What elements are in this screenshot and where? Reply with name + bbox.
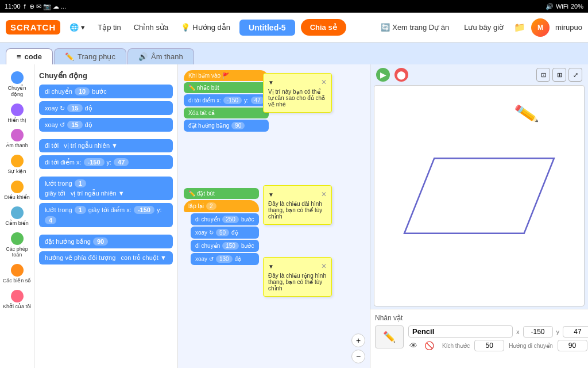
hide-sprite-button[interactable]: 🚫 — [423, 340, 435, 351]
cat-looks-label: Hiển thị — [7, 117, 26, 124]
block-set-dir-1[interactable]: đặt hướng bằng 90 — [184, 120, 269, 132]
sprite-x-input[interactable] — [523, 326, 553, 338]
app-icons: ⊕ ✉ 📷 ☁ ... — [29, 3, 66, 10]
file-menu-button[interactable]: Tập tin — [94, 21, 125, 34]
green-flag-button[interactable]: ▶ — [376, 68, 390, 82]
sprite-y-input[interactable] — [563, 326, 588, 338]
folder-icon[interactable]: 📁 — [514, 22, 525, 33]
script-area[interactable]: Khi bấm vào 🚩 ✏️ nhắc bút đi tới điểm x:… — [178, 64, 370, 368]
block-move[interactable]: di chuyển 10 bước — [39, 85, 173, 98]
cat-operators-label: Các phép toán — [2, 246, 32, 259]
cat-sound[interactable]: Âm thanh — [1, 126, 33, 151]
bottom-row: Nhân vật ✏️ x y 👁 🚫 — [370, 309, 588, 368]
tab-code[interactable]: ≡ code — [6, 48, 53, 64]
view-project-label: Xem trang Dự án — [392, 23, 449, 32]
size-input[interactable] — [474, 340, 504, 351]
block-glide-xy[interactable]: lướt trong 1 giây tới điểm x: -150 y: 4 — [39, 203, 173, 227]
block-when-flag[interactable]: Khi bấm vào 🚩 — [184, 70, 269, 81]
block-move-250[interactable]: di chuyển 250 bước — [191, 213, 259, 225]
block-glide-random[interactable]: lướt trong 1 giây tới vị trí ngẫu nhiên … — [39, 177, 173, 200]
cat-looks-dot — [11, 103, 24, 116]
share-button[interactable]: Chia sẻ — [301, 19, 346, 36]
cat-myblocks[interactable]: Khởi của tôi — [1, 288, 33, 312]
tab-costume[interactable]: ✏️ Trang phục — [54, 48, 126, 64]
cat-motion[interactable]: Chuyển động — [1, 69, 33, 100]
stage-canvas: ✏️ — [374, 85, 585, 306]
note-2: ▼ ✕ Đây là chiều dài hình thang, bạn có … — [263, 185, 332, 225]
globe-button[interactable]: 🌐 ▾ — [66, 21, 88, 34]
blocks-panel: Chuyển động di chuyển 10 bước xoay ↻ 15 … — [34, 64, 178, 368]
cat-looks[interactable]: Hiển thị — [1, 101, 33, 126]
script-stack-2[interactable]: ✏️ đặt bút lặp lại 2 di chuyển 250 bước … — [184, 188, 259, 266]
stop-button[interactable]: ⬤ — [394, 68, 408, 82]
note-1: ▼ ✕ Vị trí này bạn có thể tự cân sao cho… — [263, 73, 332, 113]
file-menu-label: Tập tin — [98, 23, 121, 32]
project-title[interactable]: Untitled-5 — [239, 20, 295, 36]
view-project-button[interactable]: 🔄 Xem trang Dự án — [376, 21, 454, 34]
note-3: ▼ ✕ Đây là chiều rộng hình thang, bạn có… — [263, 257, 332, 297]
main-editor: Chuyển động Hiển thị Âm thanh Sự kiện Đi… — [0, 64, 588, 368]
block-set-direction[interactable]: đặt hướng bằng 90 — [39, 235, 173, 248]
stage-large-button[interactable]: ⤢ — [568, 68, 582, 82]
right-panel: ▶ ⬤ ⊡ ⊞ ⤢ ✏️ Nhân vật ✏️ — [370, 64, 588, 368]
sprite-section: Nhân vật ✏️ x y 👁 🚫 — [370, 309, 588, 368]
block-point-towards[interactable]: hướng về phía đối tượng con trỏ chuột ▼ — [39, 251, 173, 264]
note-1-close[interactable]: ✕ — [321, 78, 327, 86]
stage-drawing — [374, 86, 584, 306]
note-2-close[interactable]: ✕ — [321, 190, 327, 198]
cat-sensing-label: Cảm biến — [5, 220, 29, 227]
cat-events-label: Sự kiện — [7, 168, 26, 175]
block-turn-ccw[interactable]: xoay ↺ 15 độ — [39, 118, 173, 132]
avatar: M — [531, 18, 550, 37]
cat-motion-label: Chuyển động — [2, 85, 32, 98]
code-tab-label: code — [25, 52, 42, 61]
block-move-150[interactable]: di chuyển 150 bước — [191, 240, 259, 252]
script-stack-1[interactable]: Khi bấm vào 🚩 ✏️ nhắc bút đi tới điểm x:… — [184, 70, 269, 133]
save-button[interactable]: Lưu bây giờ — [459, 21, 508, 34]
block-repeat[interactable]: lặp lại 2 — [184, 200, 259, 212]
edit-menu-button[interactable]: Chỉnh sửa — [130, 21, 172, 34]
categories-panel: Chuyển động Hiển thị Âm thanh Sự kiện Đi… — [0, 64, 34, 368]
block-turn-cw[interactable]: xoay ↻ 15 độ — [39, 101, 173, 115]
block-pen-up[interactable]: ✏️ nhắc bút — [184, 82, 269, 93]
cat-sound-label: Âm thanh — [6, 143, 28, 149]
cat-operators[interactable]: Các phép toán — [1, 230, 33, 261]
block-clear[interactable]: Xóa tất cả — [184, 108, 269, 118]
block-turn-50[interactable]: xoay ↻ 50 độ — [191, 227, 259, 239]
block-goto-xy[interactable]: đi tới điểm x: -150 y: 47 — [39, 155, 173, 169]
cat-control[interactable]: Điều khiển — [1, 178, 33, 203]
fb-icon: f — [24, 3, 26, 10]
zoom-out-button[interactable]: − — [351, 350, 365, 363]
block-goto-xy-1[interactable]: đi tới điểm x: -150 y: 47 — [184, 94, 269, 106]
status-right: 🔊 WiFi 20% — [546, 3, 583, 10]
svg-marker-0 — [404, 158, 554, 233]
note-3-close[interactable]: ✕ — [321, 262, 327, 270]
code-tab-icon: ≡ — [17, 52, 21, 61]
show-sprite-button[interactable]: 👁 — [408, 340, 419, 351]
hint-button[interactable]: 💡 Hướng dẫn — [177, 21, 234, 34]
hint-label: Hướng dẫn — [192, 23, 230, 32]
block-turn-ccw-130[interactable]: xoay ↺ 130 độ — [191, 253, 259, 265]
cat-variables[interactable]: Các biến số — [1, 262, 33, 286]
username: mirupuo — [555, 23, 582, 32]
block-goto-random[interactable]: đi tới vị trí ngẫu nhiên ▼ — [39, 139, 173, 152]
cat-sensing[interactable]: Cảm biến — [1, 204, 33, 229]
editor-tabs: ≡ code ✏️ Trang phục 🔊 Âm thanh — [0, 43, 588, 64]
direction-label: Hướng di chuyển — [509, 343, 552, 349]
sprite-name-input[interactable] — [408, 325, 513, 338]
stage-medium-button[interactable]: ⊞ — [552, 68, 566, 82]
block-pen-down[interactable]: ✏️ đặt bút — [184, 188, 259, 199]
stage-small-button[interactable]: ⊡ — [536, 68, 550, 82]
sound-tab-label: Âm thanh — [151, 52, 183, 61]
zoom-in-button[interactable]: + — [351, 334, 365, 347]
tab-sound[interactable]: 🔊 Âm thanh — [127, 48, 194, 64]
y-label: y — [556, 328, 560, 335]
sound-tab-icon: 🔊 — [138, 52, 148, 61]
note-2-header: ▼ ✕ — [268, 190, 327, 198]
direction-input[interactable] — [558, 340, 587, 351]
sprite-icons-row: 👁 🚫 Kích thước Hướng di chuyển — [408, 340, 588, 351]
cat-events[interactable]: Sự kiện — [1, 152, 33, 177]
cat-variables-label: Các biến số — [3, 278, 32, 284]
cat-motion-dot — [11, 71, 24, 84]
size-label: Kích thước — [442, 343, 470, 349]
